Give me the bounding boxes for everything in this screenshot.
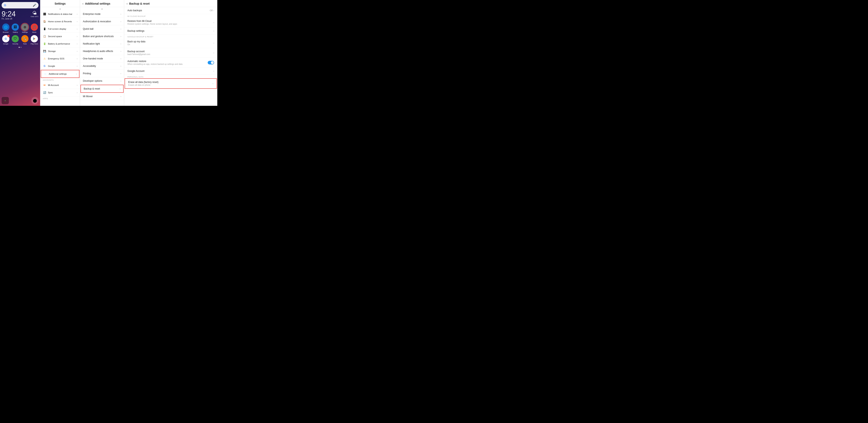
- factory-reset-content: Erase all data (factory reset) Erases al…: [128, 81, 213, 86]
- additional-item-backup[interactable]: Backup & reset ›: [81, 85, 124, 93]
- additional-item-developer[interactable]: Developer options ›: [80, 77, 124, 85]
- quickball-text: Quick ball: [83, 28, 121, 30]
- restore-micloud-title: Restore from Mi Cloud: [127, 20, 214, 23]
- additional-icon: ···: [43, 72, 47, 76]
- settings-item-battery[interactable]: 🔋 Battery & performance ›: [40, 40, 80, 48]
- settings-item-sos[interactable]: ⚠ Emergency SOS ›: [40, 55, 80, 62]
- google-search-bar[interactable]: G 🎤: [2, 2, 38, 8]
- backup-data-subtitle: On: [127, 43, 214, 46]
- headphones-chevron: ›: [121, 50, 121, 52]
- printing-chevron: ›: [121, 72, 121, 75]
- app-security[interactable]: 🛡 Security: [11, 35, 20, 45]
- app-gallery[interactable]: 🖼 Gallery: [11, 24, 20, 33]
- additional-item-mimover[interactable]: Mi Mover ›: [80, 93, 124, 100]
- app-music[interactable]: 🎵 Music: [30, 24, 39, 33]
- restore-micloud-chevron: ›: [214, 22, 214, 24]
- settings-panel: Settings ▲ ⬛ Notifications & status bar …: [40, 0, 80, 106]
- settings-panel-title: Settings: [40, 0, 80, 7]
- auto-restore-subtitle: When reinstalling an app, restore backed…: [127, 63, 208, 65]
- backup-data-chevron: ›: [214, 42, 214, 44]
- weather-widget: 🌤 Clear 33°C: [31, 10, 38, 18]
- additional-text: Additional settings: [49, 73, 76, 75]
- accessibility-chevron: ›: [121, 65, 121, 67]
- app-google[interactable]: G 1 Google: [2, 35, 10, 45]
- app-playstore[interactable]: Play Store: [30, 35, 39, 45]
- additional-panel-title: Additional settings: [85, 2, 111, 5]
- miaccount-text: Mi Account: [48, 84, 77, 86]
- onehanded-text: One-handed mode: [83, 57, 121, 60]
- settings-item-fullscreen[interactable]: 📱 Full screen display ›: [40, 25, 80, 33]
- backup-item-google-account[interactable]: Google Account ›: [124, 68, 217, 75]
- google-logo: G: [4, 4, 6, 7]
- sos-chevron: ›: [77, 58, 78, 60]
- back-arrow-icon[interactable]: ‹: [83, 2, 84, 5]
- fullscreen-text: Full screen display: [48, 28, 77, 30]
- google-text: Google: [48, 65, 77, 67]
- headphones-text: Headphones & audio effects: [83, 50, 121, 53]
- backup-account-title: Backup account: [127, 50, 214, 53]
- additional-item-authorization[interactable]: Authorization & revocation ›: [80, 18, 124, 25]
- sos-icon: ⚠: [43, 57, 46, 60]
- additional-item-headphones[interactable]: Headphones & audio effects ›: [80, 48, 124, 55]
- settings-item-notifications[interactable]: ⬛ Notifications & status bar ›: [40, 10, 80, 18]
- secondspace-text: Second space: [48, 35, 77, 37]
- browser-icon: 🌐: [2, 24, 9, 31]
- backup-data-content: Back up my data On: [127, 40, 214, 46]
- playstore-icon: [31, 35, 38, 42]
- buttons-text: Button and gesture shortcuts: [83, 35, 121, 38]
- accessibility-text: Accessibility: [83, 65, 121, 67]
- notifications-chevron: ›: [77, 13, 78, 15]
- backup-item-backup-account[interactable]: Backup account bash7ahmed@gmail.com ›: [124, 48, 217, 58]
- storage-icon: 💾: [43, 50, 46, 53]
- backup-settings-chevron: ›: [214, 30, 214, 32]
- music-icon: 🎵: [31, 24, 38, 31]
- additional-item-buttons[interactable]: Button and gesture shortcuts ›: [80, 33, 124, 40]
- battery-icon: 🔋: [43, 42, 46, 46]
- developer-chevron: ›: [121, 80, 121, 82]
- camera-icon[interactable]: ⬤: [31, 97, 38, 104]
- autobackups-title: Auto backups: [127, 9, 210, 12]
- settings-item-miaccount[interactable]: Mi Mi Account ›: [40, 82, 80, 89]
- additional-settings-list: ▲ Enterprise mode › Authorization & revo…: [80, 7, 124, 106]
- app-browser[interactable]: 🌐 Browser: [2, 24, 10, 33]
- backup-account-content: Backup account bash7ahmed@gmail.com: [127, 50, 214, 56]
- backup-item-restore-micloud[interactable]: Restore from Mi Cloud Restore system set…: [124, 18, 217, 28]
- additional-item-notiflight[interactable]: Notification light ›: [80, 40, 124, 48]
- additional-item-accessibility[interactable]: Accessibility ›: [80, 62, 124, 70]
- backup-item-backup-settings[interactable]: Backup settings ›: [124, 28, 217, 34]
- additional-item-quickball[interactable]: Quick ball ›: [80, 25, 124, 33]
- accounts-section-label: ACCOUNTS: [40, 78, 80, 82]
- settings-item-sync[interactable]: 🔄 Sync ›: [40, 89, 80, 96]
- app-grid-row1: 🌐 Browser 🖼 Gallery ⚙ Settings 🎵 Music: [2, 24, 38, 33]
- settings-item-google[interactable]: G Google ›: [40, 62, 80, 70]
- app-settings[interactable]: ⚙ Settings: [21, 24, 29, 33]
- google-settings-icon: G: [43, 64, 46, 68]
- microphone-icon[interactable]: 🎤: [33, 4, 36, 7]
- backup-item-autobackups[interactable]: Auto backups Off ›: [124, 7, 217, 14]
- settings-item-storage[interactable]: 💾 Storage ›: [40, 48, 80, 55]
- notifications-icon: ⬛: [43, 12, 46, 16]
- backup-item-factory-reset[interactable]: Erase all data (factory reset) Erases al…: [125, 78, 217, 89]
- homescreen-icon: 🏠: [43, 20, 46, 23]
- backup-data-title: Back up my data: [127, 40, 214, 43]
- settings-item-homescreen[interactable]: 🏠 Home screen & Recents ›: [40, 18, 80, 25]
- dot-2: [21, 47, 22, 48]
- additional-item-enterprise[interactable]: Enterprise mode ›: [80, 10, 124, 18]
- settings-item-additional[interactable]: ··· Additional settings ›: [41, 70, 80, 78]
- backup-item-backup-data[interactable]: Back up my data On ›: [124, 38, 217, 48]
- onehanded-chevron: ›: [121, 58, 121, 60]
- sync-icon: 🔄: [43, 91, 46, 94]
- clock-display: 9:24: [2, 10, 16, 18]
- backup-item-auto-restore[interactable]: Automatic restore When reinstalling an a…: [124, 58, 217, 68]
- developer-text: Developer options: [83, 80, 121, 82]
- additional-item-onehanded[interactable]: One-handed mode ›: [80, 55, 124, 62]
- google-label: Google: [3, 43, 8, 45]
- additional-item-printing[interactable]: Printing ›: [80, 70, 124, 77]
- settings-item-secondspace[interactable]: 📋 Second space ›: [40, 33, 80, 40]
- app-tools[interactable]: 🔧 Tools: [21, 35, 29, 45]
- auto-restore-toggle[interactable]: [208, 61, 214, 64]
- enterprise-text: Enterprise mode: [83, 13, 121, 16]
- backup-back-arrow[interactable]: ‹: [127, 2, 128, 5]
- music-label: Music: [32, 31, 36, 33]
- mimover-chevron: ›: [121, 95, 121, 97]
